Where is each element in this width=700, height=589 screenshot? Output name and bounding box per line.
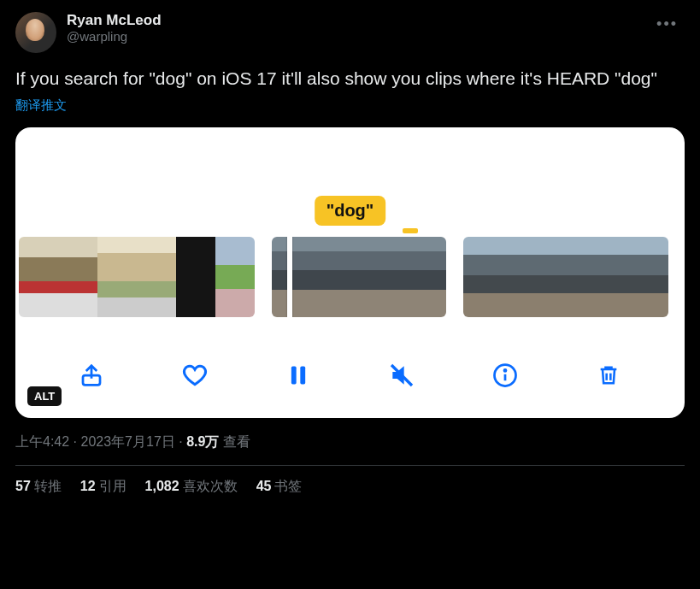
bookmarks-label: 书签 — [274, 479, 302, 493]
info-button[interactable] — [488, 360, 522, 394]
user-info: Ryan McLeod @warpling — [67, 12, 650, 44]
likes-count: 1,082 — [145, 479, 179, 493]
clip-thumbnail — [97, 237, 137, 317]
quotes-count: 12 — [80, 479, 96, 493]
clip-thumbnail — [566, 237, 600, 317]
playhead[interactable] — [287, 237, 292, 317]
translate-link[interactable]: 翻译推文 — [15, 97, 67, 114]
info-icon — [492, 362, 518, 392]
search-term-badge: "dog" — [315, 196, 386, 226]
engagement-stats: 57转推 12引用 1,082喜欢次数 45书签 — [15, 478, 685, 496]
tweet-date[interactable]: 2023年7月17日 — [80, 434, 174, 449]
share-icon — [79, 362, 104, 392]
avatar[interactable] — [15, 12, 56, 53]
delete-button[interactable] — [591, 360, 626, 394]
tweet-header: Ryan McLeod @warpling ••• — [15, 12, 685, 53]
quotes-stat[interactable]: 12引用 — [80, 478, 126, 496]
clip-thumbnail-group — [463, 237, 668, 317]
clip-thumbnail — [137, 237, 176, 317]
media-toolbar — [15, 360, 685, 394]
clip-thumbnail — [532, 237, 566, 317]
more-options-button[interactable]: ••• — [650, 12, 685, 37]
favorite-button[interactable] — [178, 360, 212, 394]
tweet-time[interactable]: 上午4:42 — [15, 434, 69, 449]
clip-thumbnail — [58, 237, 97, 317]
pause-icon — [286, 363, 310, 391]
clip-thumbnail — [176, 237, 215, 317]
mute-button[interactable] — [385, 360, 419, 394]
user-handle[interactable]: @warpling — [67, 29, 650, 44]
bookmarks-count: 45 — [256, 479, 272, 493]
clip-thumbnail — [272, 237, 330, 317]
views-label: 查看 — [219, 434, 250, 449]
svg-rect-2 — [300, 367, 305, 385]
clip-thumbnail — [634, 237, 668, 317]
share-button[interactable] — [74, 360, 109, 394]
speaker-muted-icon — [388, 362, 415, 392]
views-count: 8.9万 — [186, 434, 219, 449]
clip-thumbnail — [19, 237, 58, 317]
svg-rect-1 — [291, 367, 297, 385]
trash-icon — [597, 362, 621, 392]
pause-button[interactable] — [281, 360, 315, 394]
attached-media[interactable]: "dog" — [15, 127, 685, 418]
retweets-count: 57 — [15, 479, 31, 493]
alt-text-badge[interactable]: ALT — [27, 386, 62, 406]
tweet-meta: 上午4:42 · 2023年7月17日 · 8.9万 查看 — [15, 433, 685, 451]
clip-thumbnail — [388, 237, 446, 317]
tweet-text: If you search for "dog" on iOS 17 it'll … — [15, 67, 685, 91]
svg-point-6 — [504, 370, 506, 372]
clip-thumbnail — [497, 237, 532, 317]
clip-thumbnail-group — [272, 237, 446, 317]
likes-stat[interactable]: 1,082喜欢次数 — [145, 478, 238, 496]
retweets-stat[interactable]: 57转推 — [15, 478, 62, 496]
quotes-label: 引用 — [99, 479, 126, 493]
clip-thumbnail — [463, 237, 497, 317]
clip-thumbnail — [600, 237, 634, 317]
clip-thumbnail — [215, 237, 255, 317]
heart-icon — [181, 362, 209, 392]
video-scrubber[interactable] — [15, 237, 685, 317]
bookmarks-stat[interactable]: 45书签 — [256, 478, 303, 496]
timeline-match-marker — [403, 228, 418, 233]
likes-label: 喜欢次数 — [183, 479, 238, 493]
clip-thumbnail — [330, 237, 388, 317]
clip-thumbnail-group — [19, 237, 255, 317]
display-name[interactable]: Ryan McLeod — [67, 12, 650, 29]
retweets-label: 转推 — [34, 479, 62, 493]
divider — [15, 465, 685, 466]
